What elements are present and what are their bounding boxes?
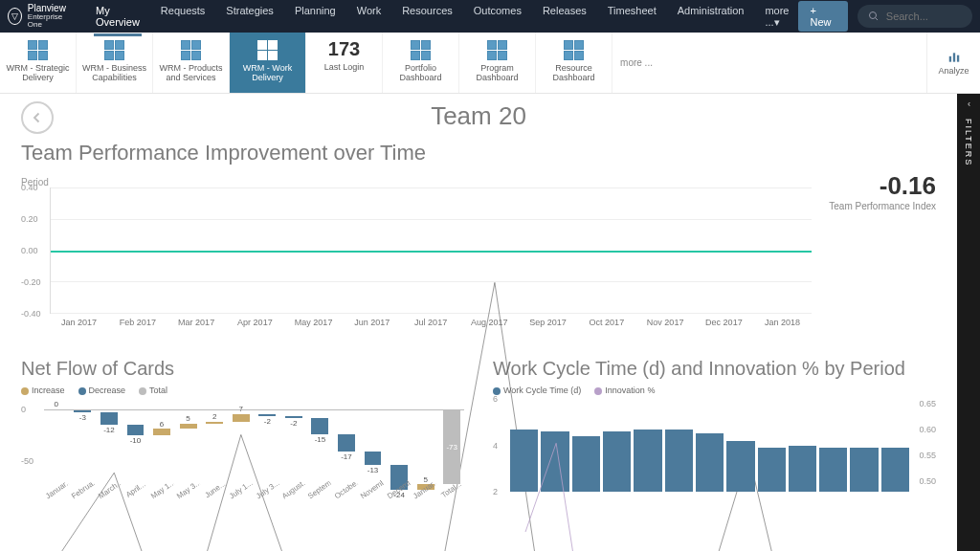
ribbon-wrm-strategic-delivery[interactable]: WRM - Strategic Delivery xyxy=(0,33,77,93)
brand-logo: ▽ Planview Enterprise One xyxy=(8,4,69,29)
ribbon-resource-dashboard[interactable]: Resource Dashboard xyxy=(536,33,612,93)
netflow-waterfall-chart: 0-50 0-3-12-106527-2-2-15-17-13-245-73 J… xyxy=(21,399,464,509)
page-title: Team 20 xyxy=(431,101,526,131)
ribbon-more[interactable]: more ... xyxy=(612,33,660,93)
ribbon-analyze[interactable]: Analyze xyxy=(926,33,980,93)
tpi-line-chart: 0.400.200.00-0.20-0.40 Jan 2017Feb 2017M… xyxy=(21,187,812,341)
brand-logo-icon: ▽ xyxy=(8,8,22,25)
svg-rect-8 xyxy=(952,53,954,61)
nav-item-outcomes[interactable]: Outcomes xyxy=(464,0,531,36)
nav-item-planning[interactable]: Planning xyxy=(285,0,345,36)
ribbon-wrm-work-delivery[interactable]: WRM - Work Delivery xyxy=(230,33,306,93)
nav-item-work[interactable]: Work xyxy=(347,0,390,36)
filters-rail-label: FILTERS xyxy=(964,119,973,166)
legend-increase-dot xyxy=(21,387,29,395)
nav-item-resources[interactable]: Resources xyxy=(392,0,462,36)
nav-item-timesheet[interactable]: Timesheet xyxy=(598,0,666,36)
nav-item-requests[interactable]: Requests xyxy=(151,0,214,36)
nav-item-strategies[interactable]: Strategies xyxy=(216,0,283,36)
period-label: Period xyxy=(21,177,812,187)
svg-rect-9 xyxy=(956,55,958,61)
search-icon xyxy=(867,8,880,25)
ribbon-portfolio-dashboard[interactable]: Portfolio Dashboard xyxy=(383,33,459,93)
nav-item-releases[interactable]: Releases xyxy=(533,0,596,36)
back-button[interactable] xyxy=(21,101,54,134)
svg-rect-7 xyxy=(948,55,950,61)
filters-rail[interactable]: › FILTERS xyxy=(957,94,980,551)
nav-item-my-overview[interactable]: My Overview xyxy=(86,0,149,36)
tpi-value: -0.16 xyxy=(829,171,936,201)
svg-point-0 xyxy=(869,12,876,19)
ribbon-wrm-business-capabilities[interactable]: WRM - Business Capabilities xyxy=(77,33,153,93)
nav-item-more-[interactable]: more ...▾ xyxy=(755,0,798,36)
search-input[interactable] xyxy=(886,11,963,22)
ribbon-wrm-products-and-services[interactable]: WRM - Products and Services xyxy=(153,33,230,93)
ribbon-bar: WRM - Strategic DeliveryWRM - Business C… xyxy=(0,33,980,94)
svg-line-1 xyxy=(875,18,878,21)
nav-item-administration[interactable]: Administration xyxy=(668,0,754,36)
top-bar: ▽ Planview Enterprise One My OverviewReq… xyxy=(0,0,980,33)
ribbon-program-dashboard[interactable]: Program Dashboard xyxy=(459,33,536,93)
chart1-title: Team Performance Improvement over Time xyxy=(21,141,936,165)
tpi-value-label: Team Performance Index xyxy=(829,201,936,211)
brand-line2: Enterprise One xyxy=(28,13,69,29)
primary-nav: My OverviewRequestsStrategiesPlanningWor… xyxy=(86,0,798,36)
search-box[interactable] xyxy=(858,5,972,28)
ribbon-last-login[interactable]: 173Last Login xyxy=(306,33,383,93)
combo-chart: 642 0.650.600.550.50 xyxy=(493,399,936,509)
chevron-left-icon: › xyxy=(968,99,970,109)
new-button[interactable]: + New xyxy=(798,1,847,32)
